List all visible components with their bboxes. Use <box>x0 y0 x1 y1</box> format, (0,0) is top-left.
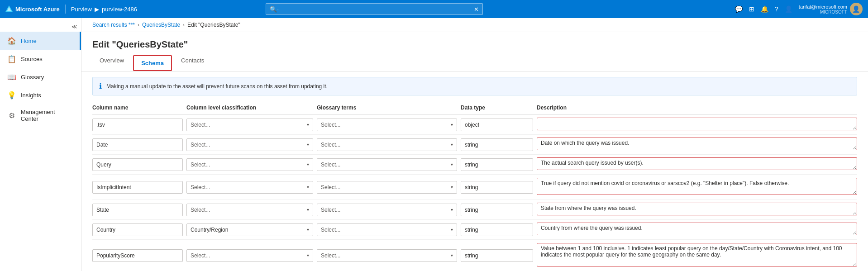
main-layout: ≪ 🏠 Home 📋 Sources 📖 Glossary 💡 Insights… <box>0 18 868 271</box>
chevron-down-icon: ▾ <box>451 142 453 147</box>
tab-overview[interactable]: Overview <box>92 53 131 71</box>
sources-icon: 📋 <box>7 54 16 63</box>
glossary-select-country[interactable]: Select... ▾ <box>317 223 457 236</box>
glossary-icon: 📖 <box>7 72 16 81</box>
glossary-select-tsv[interactable]: Select... ▾ <box>317 119 457 131</box>
breadcrumb: Search results *** › QueriesByState › Ed… <box>81 18 868 32</box>
glossary-select-date[interactable]: Select... ▾ <box>317 138 457 151</box>
person-icon[interactable]: 👤 <box>785 5 792 13</box>
desc-input-state[interactable]: State from where the query was issued. <box>537 203 857 215</box>
glossary-select-popularity[interactable]: Select... ▾ <box>317 249 457 262</box>
description-date: Date on which the query was issued. <box>537 138 857 152</box>
datatype-state: string <box>461 204 533 216</box>
glossary-select-state[interactable]: Select... ▾ <box>317 204 457 216</box>
col-name-query[interactable]: Query <box>92 158 183 171</box>
breadcrumb-current: Edit "QueriesByState" <box>187 22 240 28</box>
sidebar-collapse-button[interactable]: ≪ <box>0 22 81 32</box>
search-input[interactable] <box>277 6 474 13</box>
brand-label: Microsoft Azure <box>15 6 60 13</box>
info-text: Making a manual update to the asset will… <box>106 83 328 90</box>
chevron-down-icon: ▾ <box>451 122 453 127</box>
tab-bar: Overview Schema Contacts <box>81 53 868 71</box>
sidebar-label-sources: Sources <box>21 56 43 62</box>
table-row: Country Country/Region ▾ Select... ▾ str… <box>92 220 857 240</box>
sidebar-item-management[interactable]: ⚙ Management Center <box>0 104 81 127</box>
header-col-description: Description <box>537 105 857 111</box>
chevron-down-icon: ▾ <box>307 253 309 258</box>
classification-select-state[interactable]: Select... ▾ <box>186 204 313 216</box>
breadcrumb-search[interactable]: Search results *** <box>92 22 135 28</box>
sidebar: ≪ 🏠 Home 📋 Sources 📖 Glossary 💡 Insights… <box>0 18 81 271</box>
search-box[interactable]: 🔍 ✕ <box>266 3 483 15</box>
desc-input-tsv[interactable] <box>537 118 857 130</box>
glossary-select-query[interactable]: Select... ▾ <box>317 158 457 171</box>
classification-select-date[interactable]: Select... ▾ <box>186 138 313 151</box>
description-query: The actual search query issued by user(s… <box>537 157 857 171</box>
bell-icon[interactable]: 🔔 <box>761 5 768 13</box>
sidebar-item-home[interactable]: 🏠 Home <box>0 32 81 50</box>
management-icon: ⚙ <box>7 111 16 120</box>
info-banner: ℹ Making a manual update to the asset wi… <box>92 77 857 95</box>
user-org: MICROSOFT <box>799 10 847 14</box>
datatype-isimplicit: string <box>461 181 533 194</box>
avatar: 👤 <box>850 3 863 15</box>
info-icon: ℹ <box>99 82 102 90</box>
header-col-classification: Column level classification <box>186 105 313 111</box>
table-row: IsImplicitIntent Select... ▾ Select... ▾… <box>92 175 857 200</box>
col-name-tsv[interactable]: .tsv <box>92 119 183 131</box>
breadcrumb-sep-1: › <box>138 22 139 28</box>
description-popularity: Value between 1 and 100 inclusive. 1 ind… <box>537 243 857 268</box>
classification-select-popularity[interactable]: Select... ▾ <box>186 249 313 262</box>
classification-select-tsv[interactable]: Select... ▾ <box>186 119 313 131</box>
home-icon: 🏠 <box>7 36 16 45</box>
schema-header-row: Column name Column level classification … <box>92 101 857 115</box>
sidebar-label-glossary: Glossary <box>21 74 44 81</box>
breadcrumb-sep-2: › <box>183 22 185 28</box>
help-icon[interactable]: ? <box>775 5 778 13</box>
user-email: tarifat@microsoft.com <box>799 4 847 10</box>
description-country: Country from where the query was issued. <box>537 223 857 237</box>
close-icon[interactable]: ✕ <box>474 6 479 13</box>
main-content: Search results *** › QueriesByState › Ed… <box>81 18 868 271</box>
sidebar-item-insights[interactable]: 💡 Insights <box>0 86 81 104</box>
col-name-country[interactable]: Country <box>92 223 183 236</box>
chevron-down-icon: ▾ <box>451 227 453 232</box>
tab-contacts[interactable]: Contacts <box>174 53 211 71</box>
header-col-datatype: Data type <box>461 105 533 111</box>
datatype-tsv: object <box>461 119 533 131</box>
table-row: Date Select... ▾ Select... ▾ string Date… <box>92 135 857 155</box>
col-name-date[interactable]: Date <box>92 138 183 151</box>
desc-input-isimplicit[interactable]: True if query did not mention covid or c… <box>537 178 857 195</box>
desc-input-query[interactable]: The actual search query issued by user(s… <box>537 157 857 170</box>
chevron-down-icon: ▾ <box>451 207 453 212</box>
desc-input-date[interactable]: Date on which the query was issued. <box>537 138 857 150</box>
grid-icon[interactable]: ⊞ <box>749 5 754 13</box>
chat-icon[interactable]: 💬 <box>735 5 743 13</box>
chevron-down-icon: ▾ <box>451 185 453 190</box>
description-tsv <box>537 118 857 132</box>
product-instance: purview-2486 <box>102 6 137 13</box>
topbar-divider <box>65 5 66 14</box>
tab-schema[interactable]: Schema <box>133 55 172 71</box>
desc-input-country[interactable]: Country from where the query was issued. <box>537 223 857 235</box>
table-row: PopularityScore Select... ▾ Select... ▾ … <box>92 240 857 271</box>
col-name-state[interactable]: State <box>92 204 183 216</box>
chevron-down-icon: ▾ <box>307 142 309 147</box>
product-name: Purview <box>71 6 92 13</box>
sidebar-item-glossary[interactable]: 📖 Glossary <box>0 68 81 86</box>
brand: Microsoft Azure <box>5 5 60 13</box>
desc-input-popularity[interactable]: Value between 1 and 100 inclusive. 1 ind… <box>537 243 857 266</box>
chevron-down-icon: ▾ <box>451 253 453 258</box>
breadcrumb-queries[interactable]: QueriesByState <box>142 22 180 28</box>
sidebar-label-home: Home <box>21 38 37 44</box>
glossary-select-isimplicit[interactable]: Select... ▾ <box>317 181 457 194</box>
chevron-down-icon: ▾ <box>307 227 309 232</box>
topbar: Microsoft Azure Purview ▶ purview-2486 🔍… <box>0 0 868 18</box>
sidebar-item-sources[interactable]: 📋 Sources <box>0 50 81 68</box>
user-info: tarifat@microsoft.com MICROSOFT 👤 <box>799 3 863 15</box>
col-name-isimplicit[interactable]: IsImplicitIntent <box>92 181 183 194</box>
col-name-popularity[interactable]: PopularityScore <box>92 249 183 262</box>
classification-select-country[interactable]: Country/Region ▾ <box>186 223 313 236</box>
classification-select-query[interactable]: Select... ▾ <box>186 158 313 171</box>
classification-select-isimplicit[interactable]: Select... ▾ <box>186 181 313 194</box>
